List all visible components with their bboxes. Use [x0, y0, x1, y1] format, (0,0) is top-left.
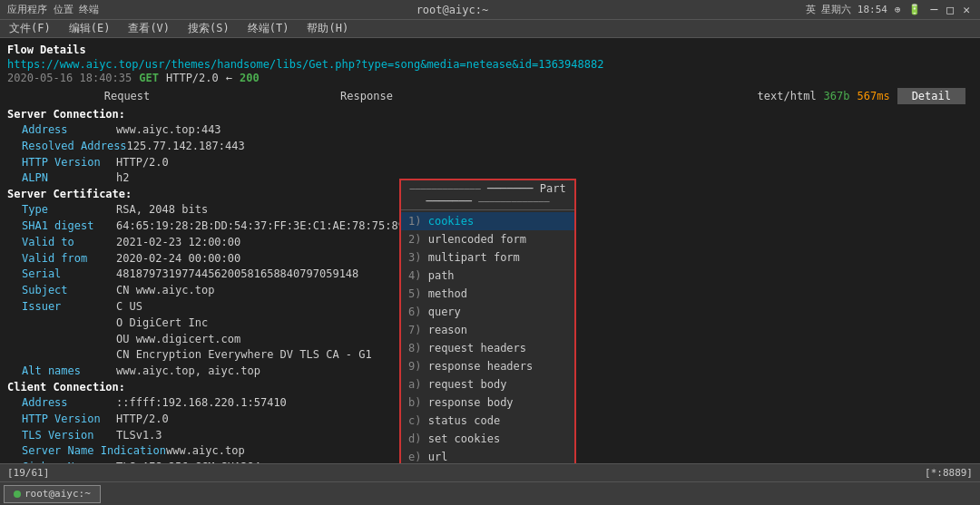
status-code: 200: [240, 72, 260, 84]
http-method: GET: [139, 72, 159, 84]
issuer-o-val: O DigiCert Inc: [116, 316, 208, 331]
menu-terminal[interactable]: 终端(T): [242, 21, 295, 36]
alt-names-val: www.aiyc.top, aiyc.top: [116, 364, 260, 379]
valid-from-val: 2020-02-24 00:00:00: [116, 251, 240, 267]
top-bar-right: 英 星期六 18:54 ⊕ 🔋 ─ □ ✕: [806, 3, 973, 16]
popup-item-cookies[interactable]: 1) cookies: [401, 212, 574, 230]
serial-key: Serial: [7, 267, 116, 282]
popup-item-reason[interactable]: 7) reason: [401, 321, 574, 339]
subject-val: CN www.aiyc.top: [116, 283, 214, 298]
battery-icon: 🔋: [908, 4, 921, 15]
menu-search[interactable]: 搜索(S): [182, 21, 235, 36]
menu-file[interactable]: 文件(F): [4, 21, 56, 36]
status-bar: [19/61] [*:8889]: [0, 463, 980, 481]
http-version: HTTP/2.0: [166, 72, 219, 84]
valid-to-val: 2021-02-23 12:00:00: [116, 235, 240, 250]
popup-item-multipart[interactable]: 3) multipart form: [401, 248, 574, 267]
client-http-ver-key: HTTP Version: [7, 412, 116, 427]
alpn-val: h2: [116, 170, 129, 186]
network-icon: ⊕: [895, 4, 901, 15]
popup-item-urlencoded[interactable]: 2) urlencoded form: [401, 230, 574, 248]
main-content: Flow Details https://www.aiyc.top/usr/th…: [0, 38, 980, 463]
popup-item-query[interactable]: 6) query: [401, 303, 574, 321]
sni-key: Server Name Indication: [7, 443, 166, 459]
popup-item-resp-body[interactable]: b) response body: [401, 393, 574, 412]
http-ver-key: HTTP Version: [7, 155, 116, 170]
resolved-addr-val: 125.77.142.187:443: [127, 139, 245, 154]
serial-val: 4818797319774456200581658840797059148: [116, 267, 358, 282]
request-line: 2020-05-16 18:40:35 GET HTTP/2.0 ← 200: [7, 72, 973, 84]
menu-help[interactable]: 帮助(H): [301, 21, 354, 36]
tab-detail[interactable]: Detail: [897, 88, 965, 104]
app-menu-label[interactable]: 应用程序 位置 终端: [7, 3, 99, 16]
alt-names-key: Alt names: [7, 364, 116, 379]
top-bar-left: 应用程序 位置 终端: [7, 3, 99, 16]
issuer-cn-val: CN Encryption Everywhere DV TLS CA - G1: [116, 347, 372, 363]
popup-item-method[interactable]: 5) method: [401, 285, 574, 303]
client-addr-key: Address: [7, 395, 116, 411]
arrow: ←: [226, 72, 232, 84]
tab-request-label: Request: [104, 90, 151, 102]
issuer-val: C US: [116, 299, 142, 315]
issuer-ou-val: OU www.digicert.com: [116, 332, 240, 347]
datetime-label: 英 星期六 18:54: [806, 3, 887, 16]
cipher-val: TLS_AES_256_GCM_SHA384: [116, 460, 260, 463]
tab-right: text/html 367b 567ms Detail: [486, 86, 973, 106]
status-position: [19/61]: [7, 467, 49, 479]
tab-response-label: Response: [340, 90, 393, 102]
client-http-ver-val: HTTP/2.0: [116, 412, 169, 427]
content-type: text/html: [758, 90, 817, 102]
sni-val: www.aiyc.top: [166, 443, 245, 459]
menu-edit[interactable]: 编辑(E): [64, 21, 116, 36]
popup-item-path[interactable]: 4) path: [401, 267, 574, 285]
popup-item-req-body[interactable]: a) request body: [401, 375, 574, 393]
timestamp: 2020-05-16 18:40:35: [7, 72, 132, 84]
client-addr-val: ::ffff:192.168.220.1:57410: [116, 395, 287, 411]
window-controls[interactable]: ─ □ ✕: [928, 3, 973, 16]
tls-ver-val: TLSv1.3: [116, 428, 162, 443]
window-title: root@aiyc:~: [416, 4, 488, 16]
popup-item-resp-headers[interactable]: 9) response headers: [401, 357, 574, 375]
top-bar: 应用程序 位置 终端 root@aiyc:~ 英 星期六 18:54 ⊕ 🔋 ─…: [0, 0, 980, 20]
popup-item-set-cookies[interactable]: d) set cookies: [401, 430, 574, 448]
terminal-active-dot: [14, 490, 21, 498]
popup-item-url[interactable]: e) url: [401, 448, 574, 463]
server-connection-title: Server Connection:: [7, 108, 973, 121]
maximize-button[interactable]: □: [944, 3, 956, 16]
http-ver-row: HTTP Version HTTP/2.0: [7, 155, 973, 170]
valid-to-key: Valid to: [7, 235, 116, 250]
resolved-addr-key: Resolved Address: [7, 139, 127, 154]
tab-bar: Request Response text/html 367b 567ms De…: [7, 86, 973, 106]
resolved-addr-row: Resolved Address 125.77.142.187:443: [7, 139, 973, 154]
tls-ver-key: TLS Version: [7, 428, 116, 443]
cipher-key: Cipher Name: [7, 460, 116, 463]
cert-type-val: RSA, 2048 bits: [116, 202, 208, 218]
taskbar-terminal-label: root@aiyc:~: [24, 488, 91, 500]
flow-url: https://www.aiyc.top/usr/themes/handsome…: [7, 58, 973, 71]
addr-key: Address: [7, 122, 116, 138]
addr-val: www.aiyc.top:443: [116, 122, 221, 138]
menu-view[interactable]: 查看(V): [122, 21, 175, 36]
subject-key: Subject: [7, 283, 116, 298]
cert-type-key: Type: [7, 202, 116, 218]
popup-title: ─────── Part ───────: [401, 180, 574, 210]
sha1-val: 64:65:19:28:2B:DD:54:37:FF:3E:C1:AE:78:7…: [116, 219, 444, 234]
minimize-button[interactable]: ─: [928, 3, 941, 16]
http-ver-val: HTTP/2.0: [116, 155, 169, 170]
issuer-cn-key: [7, 347, 116, 363]
tab-response[interactable]: Response: [247, 86, 486, 106]
response-time: 567ms: [858, 90, 890, 102]
issuer-key: Issuer: [7, 299, 116, 315]
issuer-o-key: [7, 316, 116, 331]
flow-details-title: Flow Details: [7, 44, 973, 56]
status-port: [*:8889]: [925, 467, 973, 479]
popup-item-req-headers[interactable]: 8) request headers: [401, 339, 574, 357]
popup-item-status-code[interactable]: c) status code: [401, 412, 574, 430]
taskbar-terminal[interactable]: root@aiyc:~: [4, 485, 101, 503]
popup-list: 1) cookies 2) urlencoded form 3) multipa…: [401, 210, 574, 463]
tab-request[interactable]: Request: [7, 86, 247, 106]
part-popup: ─────── Part ─────── 1) cookies 2) urlen…: [399, 179, 576, 463]
valid-from-key: Valid from: [7, 251, 116, 267]
issuer-ou-key: [7, 332, 116, 347]
close-button[interactable]: ✕: [960, 3, 973, 16]
